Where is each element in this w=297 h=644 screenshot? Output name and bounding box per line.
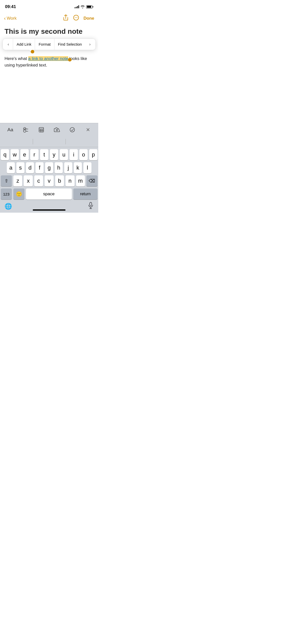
key-b[interactable]: b	[55, 175, 64, 186]
text-before-link: Here's what	[5, 56, 28, 61]
key-d[interactable]: d	[26, 162, 34, 173]
delete-key[interactable]: ⌫	[86, 175, 97, 186]
keyboard-bottom-bar: 🌐	[0, 200, 98, 213]
done-button[interactable]: Done	[84, 16, 94, 21]
status-time: 09:41	[5, 4, 16, 9]
key-k[interactable]: k	[74, 162, 82, 173]
emoji-key[interactable]: 🙂	[13, 188, 24, 200]
formatting-toolbar: Aa ✕	[0, 123, 98, 136]
menu-prev-button[interactable]: ‹	[4, 39, 13, 50]
svg-point-2	[76, 17, 76, 18]
battery-icon	[86, 5, 93, 9]
mic-icon[interactable]	[88, 202, 94, 211]
shift-key[interactable]: ⇧	[1, 175, 12, 186]
context-menu: ‹ Add Link Format Find Selection ›	[0, 39, 98, 50]
keyboard-row-4: 123 🙂 space return	[0, 186, 98, 200]
key-s[interactable]: s	[16, 162, 24, 173]
keyboard-row-2: a s d f g h j k l	[0, 160, 98, 173]
suggestion-divider-2	[65, 139, 66, 144]
key-l[interactable]: l	[83, 162, 91, 173]
font-format-button[interactable]: Aa	[5, 124, 16, 135]
key-p[interactable]: p	[89, 149, 97, 160]
home-indicator	[33, 209, 65, 211]
svg-point-3	[77, 17, 77, 18]
status-icons	[75, 5, 93, 9]
note-paragraph: Here's what a link to another note looks…	[5, 55, 94, 69]
format-menu-item[interactable]: Format	[35, 39, 54, 50]
status-bar: 09:41	[0, 0, 98, 13]
add-link-menu-item[interactable]: Add Link	[13, 39, 35, 50]
key-f[interactable]: f	[36, 162, 44, 173]
key-x[interactable]: x	[24, 175, 32, 186]
key-u[interactable]: u	[60, 149, 68, 160]
key-m[interactable]: m	[76, 175, 85, 186]
key-j[interactable]: j	[64, 162, 72, 173]
table-button[interactable]	[36, 124, 47, 135]
space-key[interactable]: space	[26, 188, 72, 200]
key-r[interactable]: r	[30, 149, 39, 160]
key-n[interactable]: n	[65, 175, 74, 186]
svg-point-1	[75, 17, 75, 18]
globe-icon[interactable]: 🌐	[5, 203, 12, 210]
nav-actions: Done	[63, 15, 94, 22]
more-icon[interactable]	[73, 15, 79, 22]
close-toolbar-button[interactable]: ✕	[82, 124, 93, 135]
checklist-button[interactable]	[20, 124, 31, 135]
key-o[interactable]: o	[79, 149, 88, 160]
note-body: Here's what a link to another note looks…	[0, 50, 98, 69]
svg-rect-8	[39, 127, 44, 132]
key-y[interactable]: y	[50, 149, 58, 160]
back-button[interactable]: ‹ Work	[4, 16, 17, 21]
wifi-icon	[81, 5, 85, 8]
signal-icon	[75, 5, 79, 8]
key-g[interactable]: g	[45, 162, 53, 173]
link-highlighted: a link to another note	[28, 56, 68, 61]
suggestion-divider-1	[33, 139, 33, 144]
return-key[interactable]: return	[73, 188, 97, 200]
key-v[interactable]: v	[45, 175, 53, 186]
key-e[interactable]: e	[20, 149, 29, 160]
note-title-text: This is my second note	[5, 27, 83, 35]
nav-bar: ‹ Work Done	[0, 13, 98, 25]
context-menu-container: ‹ Add Link Format Find Selection ›	[3, 39, 95, 50]
key-i[interactable]: i	[70, 149, 78, 160]
key-w[interactable]: w	[11, 149, 19, 160]
key-z[interactable]: z	[13, 175, 22, 186]
keyboard: q w e r t y u i o p a s d f g h j k l ⇧ …	[0, 136, 98, 213]
key-t[interactable]: t	[40, 149, 48, 160]
key-c[interactable]: c	[34, 175, 43, 186]
svg-rect-15	[90, 202, 92, 206]
find-selection-menu-item[interactable]: Find Selection	[54, 39, 85, 50]
numbers-key[interactable]: 123	[1, 188, 12, 200]
svg-point-14	[70, 127, 75, 132]
svg-point-13	[56, 129, 58, 131]
selection-handle-start	[31, 50, 34, 53]
key-q[interactable]: q	[1, 149, 9, 160]
chevron-left-icon: ‹	[4, 15, 6, 21]
keyboard-suggestions	[0, 136, 98, 147]
key-a[interactable]: a	[7, 162, 15, 173]
key-h[interactable]: h	[55, 162, 63, 173]
camera-button[interactable]	[51, 124, 62, 135]
keyboard-row-1: q w e r t y u i o p	[0, 147, 98, 160]
share-icon[interactable]	[63, 15, 69, 22]
selection-handle-end	[68, 58, 72, 61]
note-title: This is my second note	[0, 25, 98, 36]
menu-next-button[interactable]: ›	[85, 39, 94, 50]
keyboard-row-3: ⇧ z x c v b n m ⌫	[0, 173, 98, 186]
back-label: Work	[7, 16, 17, 21]
marker-button[interactable]	[67, 124, 78, 135]
